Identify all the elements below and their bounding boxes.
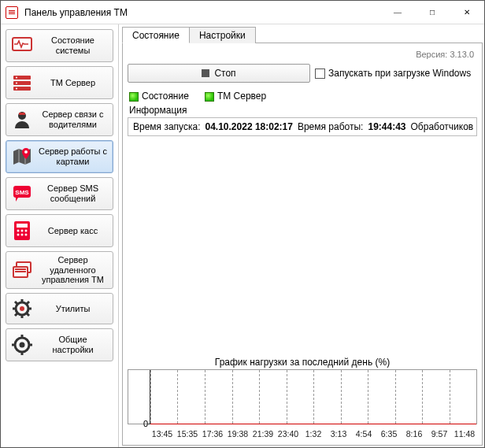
svg-point-18 xyxy=(21,234,24,236)
close-button[interactable]: ✕ xyxy=(450,1,484,24)
app-window: Панель управления TM ― □ ✕ Состояние сис… xyxy=(0,0,485,448)
sidebar-item-system-state[interactable]: Состояние системы xyxy=(6,29,113,62)
sms-icon: SMS xyxy=(11,183,33,205)
x-tick: 9:57 xyxy=(427,429,452,439)
svg-rect-13 xyxy=(17,224,28,228)
start-time-label: Время запуска: xyxy=(133,121,201,132)
chart: График нагрузки за последний день (%) 0 … xyxy=(128,354,477,440)
tab-state[interactable]: Состояние xyxy=(122,27,190,43)
sidebar-item-label: Сервер касс xyxy=(38,226,108,236)
autostart-label: Запускать при загрузке Windows xyxy=(328,68,471,79)
svg-point-16 xyxy=(25,230,28,232)
info-label: Информация xyxy=(128,103,477,117)
sidebar-item-label: Сервер удаленного управления TM xyxy=(38,255,108,285)
stop-icon xyxy=(202,69,209,77)
checkbox-icon xyxy=(315,68,325,79)
version-label: Версия: 3.13.0 xyxy=(128,48,477,64)
app-icon xyxy=(6,6,18,19)
sidebar-item-remote-server[interactable]: Сервер удаленного управления TM xyxy=(6,251,113,289)
sidebar-item-maps-server[interactable]: Сервер работы с картами xyxy=(6,140,113,173)
settings-icon xyxy=(11,334,33,356)
led-icon xyxy=(205,92,214,102)
svg-line-32 xyxy=(27,302,29,304)
tabs: Состояние Настройки xyxy=(122,26,483,43)
server-icon xyxy=(11,72,33,94)
svg-line-33 xyxy=(15,313,17,316)
x-tick: 19:38 xyxy=(225,429,250,439)
led-icon xyxy=(129,92,139,102)
maximize-button[interactable]: □ xyxy=(415,1,450,24)
uptime-label: Время работы: xyxy=(298,121,364,132)
sidebar-item-tm-server[interactable]: TM Сервер xyxy=(6,66,113,99)
svg-text:SMS: SMS xyxy=(15,189,29,196)
titlebar: Панель управления TM ― □ ✕ xyxy=(1,1,484,24)
x-tick: 3:13 xyxy=(326,429,351,439)
sidebar-item-label: TM Сервер xyxy=(38,78,108,88)
window-title: Панель управления TM xyxy=(24,7,380,18)
x-tick: 23:40 xyxy=(276,429,301,439)
sidebar-item-cash-server[interactable]: Сервер касс xyxy=(6,214,113,247)
sidebar-item-label: Общие настройки xyxy=(38,335,108,354)
svg-line-30 xyxy=(15,302,17,304)
x-tick: 6:35 xyxy=(376,429,402,439)
svg-point-4 xyxy=(16,77,17,79)
calculator-icon xyxy=(11,220,33,242)
svg-point-9 xyxy=(24,150,28,154)
svg-point-35 xyxy=(20,342,25,347)
x-tick: 11:48 xyxy=(452,429,477,439)
sidebar-item-label: Состояние системы xyxy=(38,35,108,55)
start-time-value: 04.10.2022 18:02:17 xyxy=(205,121,293,132)
stop-button[interactable]: Стоп xyxy=(128,64,310,83)
sidebar-item-label: Утилиты xyxy=(38,304,108,314)
svg-line-31 xyxy=(27,313,29,316)
info-bar: Время запуска: 04.10.2022 18:02:17 Время… xyxy=(128,117,477,136)
y-axis: 0 xyxy=(128,370,150,424)
svg-point-25 xyxy=(20,306,24,311)
sidebar-item-utilities[interactable]: Утилиты xyxy=(6,293,113,324)
sidebar-item-sms-server[interactable]: SMS Сервер SMS сообщений xyxy=(6,177,113,210)
driver-icon xyxy=(11,109,33,131)
svg-point-5 xyxy=(16,83,17,84)
monitor-icon xyxy=(11,35,33,57)
uptime-value: 19:44:43 xyxy=(368,121,405,132)
x-axis: 13:4515:3517:3619:3821:3923:401:323:134:… xyxy=(128,424,477,440)
gear-icon xyxy=(11,298,33,320)
svg-rect-23 xyxy=(15,271,26,272)
status-state: Состояние xyxy=(129,91,189,102)
tab-settings[interactable]: Настройки xyxy=(189,27,256,43)
content: Состояние Настройки Версия: 3.13.0 Стоп … xyxy=(119,24,484,447)
tab-panel: Версия: 3.13.0 Стоп Запускать при загруз… xyxy=(122,43,483,446)
svg-point-14 xyxy=(17,230,20,232)
minimize-button[interactable]: ― xyxy=(380,1,415,24)
x-tick: 13:45 xyxy=(150,429,175,439)
body: Состояние системы TM Сервер Сервер связи… xyxy=(1,24,484,447)
sidebar-item-label: Сервер SMS сообщений xyxy=(38,183,108,203)
sidebar-item-driver-server[interactable]: Сервер связи с водителями xyxy=(6,103,113,136)
x-tick: 4:54 xyxy=(351,429,376,439)
svg-point-15 xyxy=(21,230,24,232)
chart-title: График нагрузки за последний день (%) xyxy=(128,354,477,369)
series-line xyxy=(150,424,476,424)
map-pin-icon xyxy=(11,146,33,168)
svg-point-6 xyxy=(16,88,17,90)
x-tick: 1:32 xyxy=(301,429,326,439)
status-row: Состояние TM Сервер xyxy=(128,87,477,103)
handlers-label: Обработчиков за xyxy=(411,121,477,132)
spacer xyxy=(128,136,477,354)
autostart-checkbox-row[interactable]: Запускать при загрузке Windows xyxy=(315,68,471,79)
x-tick: 8:16 xyxy=(402,429,427,439)
plot-area xyxy=(150,370,476,424)
x-tick: 17:36 xyxy=(200,429,225,439)
sidebar-item-label: Сервер работы с картами xyxy=(38,146,108,166)
svg-point-17 xyxy=(17,234,20,236)
sidebar-item-general-settings[interactable]: Общие настройки xyxy=(6,328,113,361)
sidebar: Состояние системы TM Сервер Сервер связи… xyxy=(1,24,119,447)
chart-body: 0 xyxy=(128,369,477,424)
stop-button-label: Стоп xyxy=(214,68,235,79)
svg-rect-22 xyxy=(15,268,26,270)
remote-icon xyxy=(11,259,33,281)
status-tm-server: TM Сервер xyxy=(205,91,266,102)
window-controls: ― □ ✕ xyxy=(380,1,484,24)
x-tick: 21:39 xyxy=(250,429,276,439)
sidebar-item-label: Сервер связи с водителями xyxy=(38,109,108,129)
